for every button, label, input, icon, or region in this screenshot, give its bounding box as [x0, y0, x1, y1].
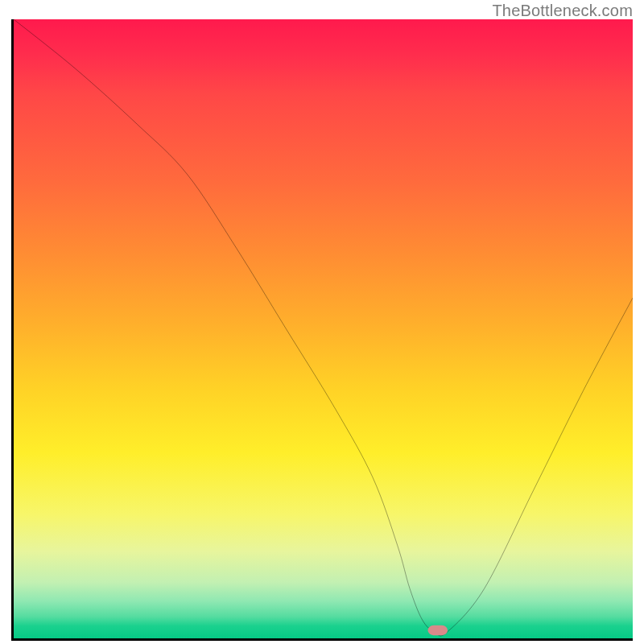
- watermark-text: TheBottleneck.com: [492, 2, 633, 20]
- chart-plot-area: [11, 19, 633, 641]
- chart-background-gradient: [14, 19, 633, 638]
